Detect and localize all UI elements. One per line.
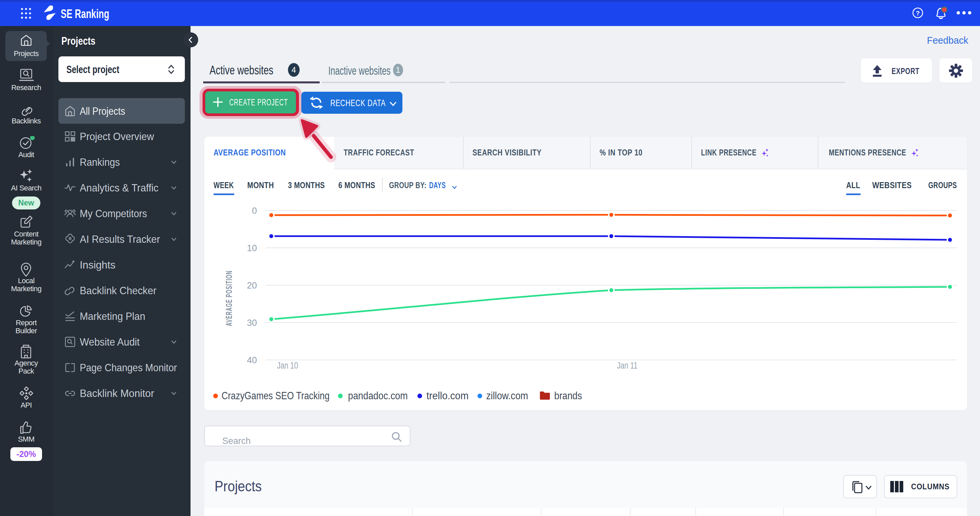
svg-text:?: ? (916, 10, 920, 17)
